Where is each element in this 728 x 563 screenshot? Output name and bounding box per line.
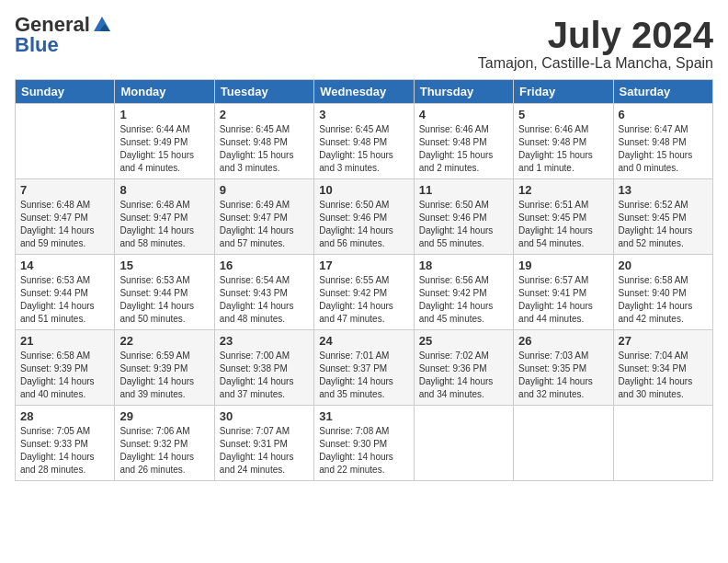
calendar-cell: 14Sunrise: 6:53 AM Sunset: 9:44 PM Dayli… [16,255,115,330]
day-number: 16 [220,259,309,272]
calendar-week-row: 7Sunrise: 6:48 AM Sunset: 9:47 PM Daylig… [16,179,713,255]
day-info: Sunrise: 6:44 AM Sunset: 9:49 PM Dayligh… [119,123,209,175]
day-number: 26 [518,334,608,348]
calendar-cell: 27Sunrise: 7:04 AM Sunset: 9:34 PM Dayli… [613,330,712,406]
day-number: 27 [619,334,708,348]
calendar-cell: 7Sunrise: 6:48 AM Sunset: 9:47 PM Daylig… [16,179,115,255]
day-number: 18 [419,259,508,272]
calendar-cell: 6Sunrise: 6:47 AM Sunset: 9:48 PM Daylig… [613,104,712,179]
day-number: 30 [220,409,309,423]
calendar-cell: 22Sunrise: 6:59 AM Sunset: 9:39 PM Dayli… [115,330,214,406]
day-number: 28 [20,409,109,423]
calendar-cell: 21Sunrise: 6:58 AM Sunset: 9:39 PM Dayli… [16,330,115,406]
logo: General Blue [15,15,112,55]
day-number: 11 [419,183,508,197]
day-info: Sunrise: 6:48 AM Sunset: 9:47 PM Dayligh… [119,199,209,250]
calendar-cell: 5Sunrise: 6:46 AM Sunset: 9:48 PM Daylig… [514,104,613,179]
day-number: 2 [220,108,309,121]
calendar-cell: 15Sunrise: 6:53 AM Sunset: 9:44 PM Dayli… [115,255,214,330]
day-info: Sunrise: 6:45 AM Sunset: 9:48 PM Dayligh… [220,123,309,175]
day-info: Sunrise: 7:03 AM Sunset: 9:35 PM Dayligh… [518,350,608,401]
day-number: 4 [419,108,508,121]
calendar-cell: 2Sunrise: 6:45 AM Sunset: 9:48 PM Daylig… [214,104,313,179]
day-info: Sunrise: 6:56 AM Sunset: 9:42 PM Dayligh… [419,274,508,326]
day-info: Sunrise: 6:48 AM Sunset: 9:47 PM Dayligh… [20,199,109,250]
weekday-header-friday: Friday [514,80,613,104]
calendar-cell [514,406,613,481]
day-info: Sunrise: 6:57 AM Sunset: 9:41 PM Dayligh… [518,274,608,326]
calendar-cell: 10Sunrise: 6:50 AM Sunset: 9:46 PM Dayli… [314,179,414,255]
page-header: General Blue July 2024 Tamajon, Castille… [15,15,713,72]
day-number: 8 [119,183,209,197]
day-number: 15 [119,259,209,272]
calendar-cell: 20Sunrise: 6:58 AM Sunset: 9:40 PM Dayli… [613,255,712,330]
day-info: Sunrise: 6:50 AM Sunset: 9:46 PM Dayligh… [419,199,508,250]
logo-general-text: General [15,15,90,35]
day-number: 19 [518,259,608,272]
calendar-cell: 1Sunrise: 6:44 AM Sunset: 9:49 PM Daylig… [115,104,214,179]
day-info: Sunrise: 7:04 AM Sunset: 9:34 PM Dayligh… [619,350,708,401]
calendar-cell [16,104,115,179]
day-info: Sunrise: 7:00 AM Sunset: 9:38 PM Dayligh… [220,350,309,401]
weekday-header-tuesday: Tuesday [214,80,313,104]
weekday-header-saturday: Saturday [613,80,712,104]
day-info: Sunrise: 7:06 AM Sunset: 9:32 PM Dayligh… [119,425,209,477]
day-info: Sunrise: 6:50 AM Sunset: 9:46 PM Dayligh… [319,199,408,250]
day-info: Sunrise: 6:47 AM Sunset: 9:48 PM Dayligh… [619,123,708,175]
calendar-cell: 23Sunrise: 7:00 AM Sunset: 9:38 PM Dayli… [214,330,313,406]
day-info: Sunrise: 6:59 AM Sunset: 9:39 PM Dayligh… [119,350,209,401]
day-number: 12 [518,183,608,197]
calendar-cell [613,406,712,481]
calendar-header-row: SundayMondayTuesdayWednesdayThursdayFrid… [16,80,713,104]
calendar-cell: 30Sunrise: 7:07 AM Sunset: 9:31 PM Dayli… [214,406,313,481]
weekday-header-wednesday: Wednesday [314,80,414,104]
day-number: 5 [518,108,608,121]
weekday-header-thursday: Thursday [414,80,513,104]
day-number: 10 [319,183,408,197]
weekday-header-sunday: Sunday [16,80,115,104]
day-info: Sunrise: 6:49 AM Sunset: 9:47 PM Dayligh… [220,199,309,250]
day-info: Sunrise: 7:01 AM Sunset: 9:37 PM Dayligh… [319,350,408,401]
day-info: Sunrise: 7:05 AM Sunset: 9:33 PM Dayligh… [20,425,109,477]
calendar-table: SundayMondayTuesdayWednesdayThursdayFrid… [15,79,713,481]
day-number: 20 [619,259,708,272]
day-number: 22 [119,334,209,348]
calendar-cell: 29Sunrise: 7:06 AM Sunset: 9:32 PM Dayli… [115,406,214,481]
day-info: Sunrise: 6:55 AM Sunset: 9:42 PM Dayligh… [319,274,408,326]
day-number: 17 [319,259,408,272]
calendar-cell: 9Sunrise: 6:49 AM Sunset: 9:47 PM Daylig… [214,179,313,255]
day-info: Sunrise: 6:45 AM Sunset: 9:48 PM Dayligh… [319,123,408,175]
day-number: 29 [119,409,209,423]
day-info: Sunrise: 7:08 AM Sunset: 9:30 PM Dayligh… [319,425,408,477]
day-number: 3 [319,108,408,121]
calendar-cell: 3Sunrise: 6:45 AM Sunset: 9:48 PM Daylig… [314,104,414,179]
calendar-week-row: 28Sunrise: 7:05 AM Sunset: 9:33 PM Dayli… [16,406,713,481]
day-number: 13 [619,183,708,197]
day-info: Sunrise: 6:53 AM Sunset: 9:44 PM Dayligh… [20,274,109,326]
calendar-cell: 17Sunrise: 6:55 AM Sunset: 9:42 PM Dayli… [314,255,414,330]
day-number: 1 [119,108,209,121]
calendar-body: 1Sunrise: 6:44 AM Sunset: 9:49 PM Daylig… [16,104,713,481]
logo-blue-text: Blue [15,35,59,55]
calendar-cell: 4Sunrise: 6:46 AM Sunset: 9:48 PM Daylig… [414,104,513,179]
calendar-cell: 25Sunrise: 7:02 AM Sunset: 9:36 PM Dayli… [414,330,513,406]
day-info: Sunrise: 7:07 AM Sunset: 9:31 PM Dayligh… [220,425,309,477]
calendar-cell: 13Sunrise: 6:52 AM Sunset: 9:45 PM Dayli… [613,179,712,255]
day-number: 21 [20,334,109,348]
calendar-cell: 18Sunrise: 6:56 AM Sunset: 9:42 PM Dayli… [414,255,513,330]
calendar-cell: 8Sunrise: 6:48 AM Sunset: 9:47 PM Daylig… [115,179,214,255]
day-info: Sunrise: 6:53 AM Sunset: 9:44 PM Dayligh… [119,274,209,326]
day-number: 24 [319,334,408,348]
month-title: July 2024 [478,15,713,55]
day-info: Sunrise: 6:52 AM Sunset: 9:45 PM Dayligh… [619,199,708,250]
day-info: Sunrise: 6:58 AM Sunset: 9:40 PM Dayligh… [619,274,708,326]
day-info: Sunrise: 7:02 AM Sunset: 9:36 PM Dayligh… [419,350,508,401]
day-number: 9 [220,183,309,197]
calendar-cell: 26Sunrise: 7:03 AM Sunset: 9:35 PM Dayli… [514,330,613,406]
logo-icon [92,15,112,35]
calendar-cell: 31Sunrise: 7:08 AM Sunset: 9:30 PM Dayli… [314,406,414,481]
day-info: Sunrise: 6:46 AM Sunset: 9:48 PM Dayligh… [419,123,508,175]
calendar-cell [414,406,513,481]
day-number: 6 [619,108,708,121]
day-info: Sunrise: 6:54 AM Sunset: 9:43 PM Dayligh… [220,274,309,326]
